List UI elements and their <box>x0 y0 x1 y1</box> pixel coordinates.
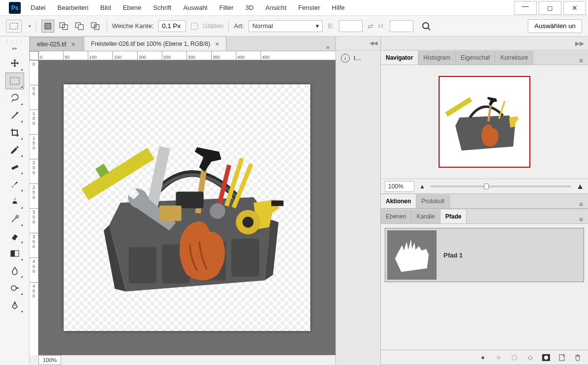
dodge-tool[interactable] <box>5 280 24 296</box>
window-controls: — ◻ ✕ <box>514 1 588 15</box>
zoom-value-input[interactable]: 100% <box>385 181 414 192</box>
tab-adjustments[interactable]: Korrekture <box>495 51 533 65</box>
intersect-selection-button[interactable] <box>89 20 102 33</box>
marquee-tool[interactable] <box>5 73 24 89</box>
tab-properties[interactable]: Eigenschaf <box>456 51 495 65</box>
crop-tool[interactable] <box>5 124 24 141</box>
document-tab[interactable]: eller-025.tif × <box>30 37 83 51</box>
style-label: Art: <box>234 22 244 30</box>
minimize-button[interactable]: — <box>514 1 537 15</box>
zoom-slider[interactable] <box>430 185 571 187</box>
ruler-vertical[interactable]: 050100150200250300350400450 <box>30 60 38 355</box>
panel-menu-icon[interactable]: ≡ <box>574 200 588 208</box>
tab-paths[interactable]: Pfade <box>441 210 467 223</box>
zoom-in-icon[interactable]: ▲ <box>576 182 584 191</box>
feather-input[interactable] <box>158 20 186 32</box>
move-tool[interactable] <box>5 55 24 72</box>
canvas[interactable] <box>64 84 310 331</box>
panel-menu-icon[interactable]: ≡ <box>574 57 588 65</box>
zoom-out-icon[interactable]: ▲ <box>419 183 425 190</box>
pen-tool[interactable] <box>5 297 24 314</box>
healing-brush-tool[interactable] <box>5 159 24 176</box>
tab-navigator[interactable]: Navigator <box>381 51 418 65</box>
menu-hilfe[interactable]: Hilfe <box>326 1 351 14</box>
navigator-thumbnail[interactable] <box>439 76 530 168</box>
tab-layers[interactable]: Ebenen <box>381 210 411 223</box>
svg-point-17 <box>11 286 16 291</box>
divider <box>107 20 107 32</box>
refine-icon[interactable] <box>421 21 431 31</box>
blur-tool[interactable] <box>5 262 24 279</box>
selection-to-path-icon[interactable]: ◇ <box>526 353 535 362</box>
gradient-tool[interactable] <box>5 245 24 262</box>
tool-preset-picker[interactable] <box>6 20 22 33</box>
info-panel-collapsed[interactable]: i I… <box>336 50 380 66</box>
tab-history[interactable]: Protokoll <box>416 194 450 208</box>
stroke-path-icon[interactable]: ○ <box>494 353 503 362</box>
panel-menu-icon[interactable]: ≡ <box>574 216 588 223</box>
tab-overflow-icon[interactable]: » <box>320 43 335 51</box>
svg-point-40 <box>512 355 517 360</box>
subtract-selection-button[interactable] <box>73 20 86 33</box>
maximize-button[interactable]: ◻ <box>539 1 561 15</box>
eraser-tool[interactable] <box>5 228 24 245</box>
navigator-body[interactable] <box>381 65 588 179</box>
info-label: I… <box>354 55 361 62</box>
menu-ebene[interactable]: Ebene <box>117 1 147 14</box>
menu-auswahl[interactable]: Auswahl <box>177 1 213 14</box>
ruler-corner[interactable] <box>30 51 38 60</box>
chevron-down-icon[interactable]: ▾ <box>29 24 31 29</box>
menu-bild[interactable]: Bild <box>94 1 117 14</box>
menu-bearbeiten[interactable]: Bearbeiten <box>51 1 94 14</box>
height-label: H: <box>378 22 385 30</box>
magic-wand-tool[interactable] <box>5 107 24 124</box>
svg-line-12 <box>12 113 17 118</box>
menu-datei[interactable]: Datei <box>25 1 51 14</box>
tab-histogram[interactable]: Histogram <box>418 51 456 65</box>
menu-ansicht[interactable]: Ansicht <box>259 1 293 14</box>
ruler-horizontal[interactable]: 050100150200250300350400450 <box>38 51 335 60</box>
path-to-selection-icon[interactable] <box>510 353 519 362</box>
brush-tool[interactable] <box>5 176 24 193</box>
palette-grip[interactable]: ⋮⋮⋮⋮ <box>5 38 25 44</box>
tab-actions[interactable]: Aktionen <box>381 194 416 208</box>
menu-fenster[interactable]: Fenster <box>293 1 326 14</box>
document-area: eller-025.tif × Freisteller-026.tif bei … <box>30 36 335 365</box>
close-icon[interactable]: × <box>215 40 219 48</box>
path-item[interactable]: Pfad 1 <box>385 228 584 282</box>
chevron-down-icon: ▾ <box>316 22 319 30</box>
menu-schrift[interactable]: Schrift <box>147 1 178 14</box>
zoom-slider-thumb[interactable] <box>484 183 489 189</box>
fill-path-icon[interactable]: ● <box>478 353 487 362</box>
collapse-palette-icon[interactable]: ▸▸ <box>0 45 29 53</box>
history-brush-tool[interactable] <box>5 211 24 227</box>
select-and-mask-button[interactable]: Auswählen un <box>528 19 582 33</box>
style-select[interactable]: Normal ▾ <box>249 20 323 32</box>
expand-button[interactable]: ▶▶ <box>381 36 588 50</box>
tab-channels[interactable]: Kanäle <box>411 210 440 223</box>
close-button[interactable]: ✕ <box>563 1 586 15</box>
add-selection-button[interactable] <box>57 20 70 33</box>
status-zoom[interactable]: 100% <box>38 355 61 365</box>
lasso-tool[interactable] <box>5 90 24 107</box>
canvas-viewport[interactable] <box>38 60 335 355</box>
menu-filter[interactable]: Filter <box>214 1 240 14</box>
clone-stamp-tool[interactable] <box>5 193 24 210</box>
document-tabs: eller-025.tif × Freisteller-026.tif bei … <box>30 36 335 51</box>
paths-list: Pfad 1 <box>381 224 588 313</box>
svg-point-9 <box>423 23 429 29</box>
delete-path-icon[interactable] <box>573 353 582 362</box>
height-input <box>390 20 413 32</box>
document-tab-active[interactable]: Freisteller-026.tif bei 100% (Ebene 1, R… <box>84 36 227 51</box>
titlebar: Ps Datei Bearbeiten Bild Ebene Schrift A… <box>0 0 588 16</box>
close-icon[interactable]: × <box>71 40 75 48</box>
new-path-icon[interactable] <box>557 353 566 362</box>
marquee-preset-icon <box>9 23 18 30</box>
add-mask-icon[interactable] <box>542 353 551 362</box>
eyedropper-tool[interactable] <box>5 142 24 158</box>
info-icon: i <box>341 54 350 63</box>
svg-point-33 <box>243 217 254 228</box>
menu-3d[interactable]: 3D <box>239 1 259 14</box>
collapse-button[interactable]: ◀◀ <box>336 36 380 50</box>
new-selection-button[interactable] <box>41 20 54 33</box>
